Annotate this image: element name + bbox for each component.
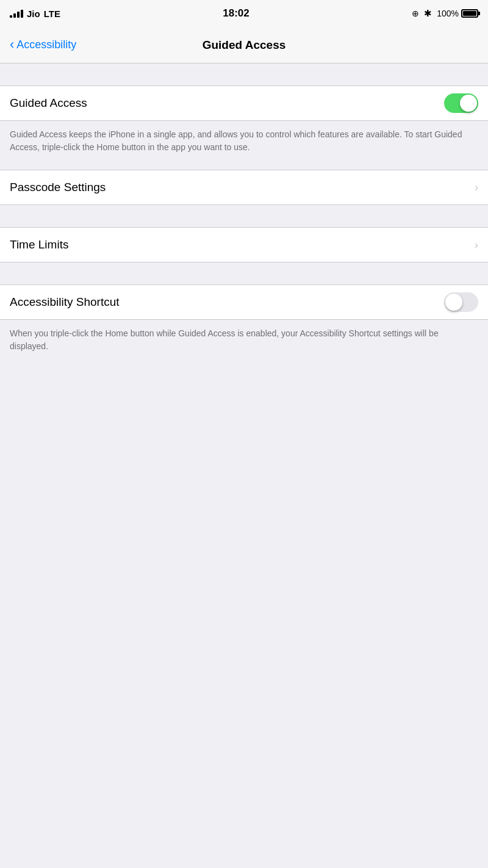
content: Guided Access Guided Access keeps the iP…	[0, 63, 488, 364]
time-limits-chevron-icon: ›	[475, 239, 478, 251]
battery-container: 100%	[437, 9, 478, 18]
spacer-2	[0, 205, 488, 227]
accessibility-shortcut-label: Accessibility Shortcut	[10, 295, 120, 309]
battery-percent: 100%	[437, 9, 459, 18]
nav-title: Guided Access	[203, 38, 286, 52]
passcode-label: Passcode Settings	[10, 181, 106, 194]
time-limits-cell[interactable]: Time Limits ›	[0, 228, 488, 262]
status-time: 18:02	[223, 7, 249, 20]
signal-bars	[10, 9, 23, 18]
spacer-1	[0, 165, 488, 170]
time-limits-label: Time Limits	[10, 238, 68, 251]
battery-fill	[463, 11, 476, 16]
bluetooth-icon: ✱	[424, 8, 432, 19]
accessibility-shortcut-cell: Accessibility Shortcut	[0, 285, 488, 319]
time-limits-section: Time Limits ›	[0, 227, 488, 262]
spacer-3	[0, 262, 488, 284]
guided-access-section: Guided Access	[0, 85, 488, 121]
passcode-section: Passcode Settings ›	[0, 170, 488, 205]
guided-access-toggle[interactable]	[444, 93, 478, 113]
passcode-cell[interactable]: Passcode Settings ›	[0, 170, 488, 204]
spacer-top	[0, 63, 488, 85]
guided-access-cell: Guided Access	[0, 86, 488, 120]
battery-icon	[461, 9, 478, 18]
back-label: Accessibility	[16, 38, 76, 51]
status-right: ⊕ ✱ 100%	[412, 8, 478, 19]
status-bar: Jio LTE 18:02 ⊕ ✱ 100%	[0, 0, 488, 27]
carrier-label: Jio	[27, 9, 40, 19]
status-left: Jio LTE	[10, 9, 60, 19]
accessibility-shortcut-toggle[interactable]	[444, 292, 478, 312]
toggle-thumb	[460, 95, 477, 112]
guided-access-label: Guided Access	[10, 96, 87, 110]
accessibility-toggle-thumb	[445, 294, 462, 311]
passcode-chevron-icon: ›	[475, 181, 478, 194]
accessibility-shortcut-description: When you triple-click the Home button wh…	[0, 320, 488, 364]
nav-bar: ‹ Accessibility Guided Access	[0, 27, 488, 63]
accessibility-shortcut-section: Accessibility Shortcut	[0, 284, 488, 320]
lock-rotation-icon: ⊕	[412, 9, 419, 18]
network-label: LTE	[44, 9, 60, 19]
back-chevron-icon: ‹	[10, 38, 14, 51]
back-button[interactable]: ‹ Accessibility	[10, 38, 76, 51]
guided-access-description: Guided Access keeps the iPhone in a sing…	[0, 121, 488, 165]
